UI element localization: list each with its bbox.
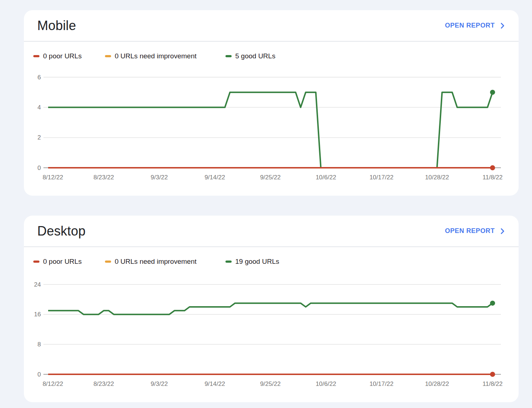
- legend-label-poor: 0 poor URLs: [43, 258, 82, 266]
- legend-swatch-poor: [33, 261, 39, 263]
- legend-item-good[interactable]: 5 good URLs: [225, 52, 275, 60]
- desktop-card: 0816248/12/228/23/229/3/229/14/229/25/22…: [24, 216, 519, 402]
- svg-text:10/6/22: 10/6/22: [316, 380, 336, 387]
- svg-text:11/8/22: 11/8/22: [482, 174, 502, 181]
- svg-text:0: 0: [38, 371, 41, 378]
- legend-label-good: 19 good URLs: [235, 258, 279, 266]
- svg-text:8/23/22: 8/23/22: [93, 174, 114, 181]
- mobile-chart[interactable]: 02468/12/228/23/229/3/229/14/229/25/2210…: [24, 10, 519, 196]
- legend-swatch-poor: [33, 55, 39, 57]
- svg-text:11/8/22: 11/8/22: [482, 380, 502, 387]
- desktop-chart[interactable]: 0816248/12/228/23/229/3/229/14/229/25/22…: [24, 216, 519, 402]
- svg-text:16: 16: [34, 311, 41, 318]
- svg-text:8/12/22: 8/12/22: [43, 174, 63, 181]
- svg-text:9/3/22: 9/3/22: [151, 380, 168, 387]
- svg-text:10/6/22: 10/6/22: [316, 174, 336, 181]
- svg-text:0: 0: [38, 165, 41, 171]
- legend-swatch-good: [225, 261, 232, 263]
- legend-swatch-needs-improvement: [105, 55, 111, 57]
- legend-label-good: 5 good URLs: [235, 52, 275, 60]
- legend-label-needs-improvement: 0 URLs need improvement: [115, 52, 197, 60]
- desktop-legend: 0 poor URLs 0 URLs need improvement 19 g…: [33, 257, 509, 267]
- legend-swatch-needs-improvement: [105, 261, 111, 263]
- svg-text:10/28/22: 10/28/22: [425, 174, 449, 181]
- svg-text:8/23/22: 8/23/22: [93, 380, 114, 387]
- legend-label-poor: 0 poor URLs: [43, 52, 82, 60]
- svg-text:10/28/22: 10/28/22: [425, 380, 449, 387]
- svg-text:9/14/22: 9/14/22: [204, 380, 225, 387]
- svg-text:10/17/22: 10/17/22: [370, 380, 393, 387]
- svg-text:9/3/22: 9/3/22: [151, 174, 168, 181]
- svg-text:24: 24: [34, 281, 41, 288]
- svg-text:10/17/22: 10/17/22: [370, 174, 393, 181]
- svg-text:2: 2: [38, 134, 41, 141]
- svg-text:6: 6: [38, 74, 41, 81]
- legend-swatch-good: [225, 55, 232, 57]
- legend-item-poor[interactable]: 0 poor URLs: [33, 52, 105, 60]
- svg-text:9/25/22: 9/25/22: [260, 380, 281, 387]
- mobile-legend: 0 poor URLs 0 URLs need improvement 5 go…: [33, 51, 509, 61]
- legend-item-needs-improvement[interactable]: 0 URLs need improvement: [105, 258, 225, 266]
- svg-text:9/14/22: 9/14/22: [204, 174, 225, 181]
- legend-item-needs-improvement[interactable]: 0 URLs need improvement: [105, 52, 225, 60]
- legend-item-poor[interactable]: 0 poor URLs: [33, 258, 105, 266]
- svg-text:8/12/22: 8/12/22: [43, 380, 63, 387]
- legend-label-needs-improvement: 0 URLs need improvement: [115, 258, 197, 266]
- mobile-card: 02468/12/228/23/229/3/229/14/229/25/2210…: [24, 10, 519, 196]
- svg-text:4: 4: [38, 104, 41, 111]
- svg-text:9/25/22: 9/25/22: [260, 174, 281, 181]
- legend-item-good[interactable]: 19 good URLs: [225, 258, 279, 266]
- svg-text:8: 8: [38, 341, 41, 348]
